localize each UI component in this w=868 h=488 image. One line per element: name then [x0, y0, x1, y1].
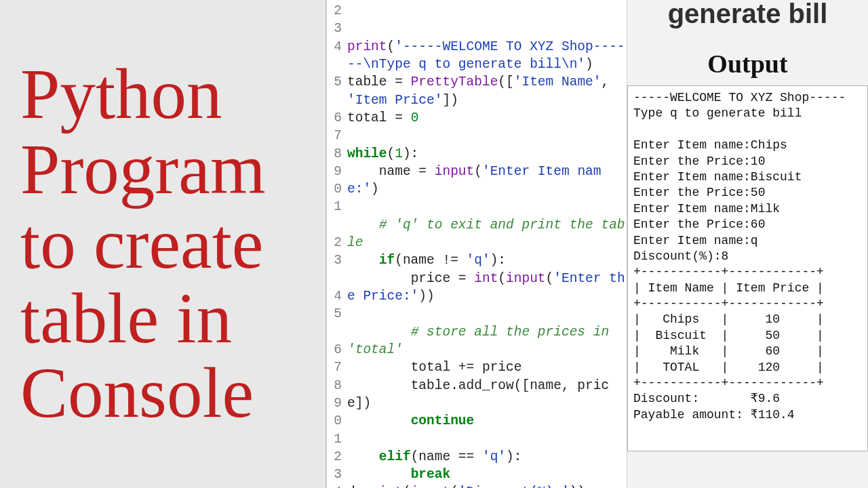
- right-header: generate bill: [627, 0, 868, 30]
- output-panel: generate bill Output -----WELCOME TO XYZ…: [627, 0, 868, 488]
- right-header-line2: generate bill: [668, 0, 828, 28]
- console-output: -----WELCOME TO XYZ Shop----- Type q to …: [627, 85, 868, 451]
- output-label: Output: [627, 49, 868, 79]
- code-body: print('-----WELCOME TO XYZ Shop------\nT…: [346, 0, 627, 488]
- main-title: Python Program to create table in Consol…: [20, 57, 312, 430]
- left-title-panel: Python Program to create table in Consol…: [0, 0, 326, 488]
- line-number-gutter: 2 3 4 5 6 7 8 9 0 1 2 3 4 5 6 7 8 9 0 1 …: [327, 0, 346, 488]
- code-editor-panel: 2 3 4 5 6 7 8 9 0 1 2 3 4 5 6 7 8 9 0 1 …: [326, 0, 627, 488]
